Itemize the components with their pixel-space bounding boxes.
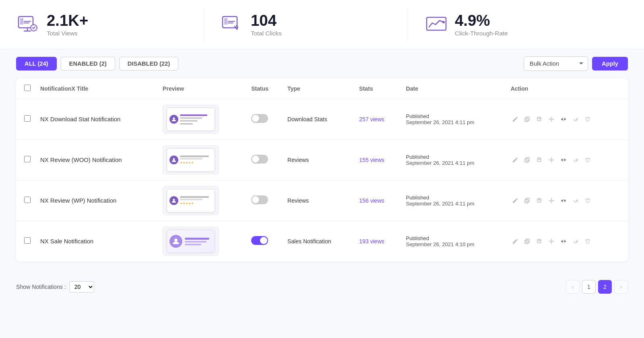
settings-icon[interactable] — [547, 237, 556, 246]
row-checkbox[interactable] — [24, 197, 31, 203]
duplicate-icon[interactable] — [535, 115, 544, 124]
row-preview-cell: ★ ★ ★ ★ ★ — [158, 180, 246, 221]
edit-icon[interactable] — [511, 115, 520, 124]
row-action-cell — [506, 221, 628, 262]
edit-icon[interactable] — [511, 196, 520, 205]
toggle-knob — [252, 156, 259, 163]
table-header: NotificationX Title Preview Status Type … — [16, 78, 628, 99]
clicks-icon — [220, 12, 244, 37]
main-content: NotificationX Title Preview Status Type … — [0, 78, 644, 274]
page-1-button[interactable]: 1 — [582, 280, 596, 294]
refresh-icon[interactable] — [571, 115, 580, 124]
status-toggle[interactable] — [251, 114, 268, 123]
apply-button[interactable]: Apply — [592, 57, 628, 71]
row-action-cell — [506, 99, 628, 140]
delete-icon[interactable] — [583, 115, 592, 124]
svg-rect-9 — [525, 118, 528, 122]
status-toggle[interactable] — [251, 195, 268, 204]
tab-all[interactable]: ALL (24) — [16, 57, 57, 71]
row-preview-cell: ★ ★ ★ ★ ★ — [158, 140, 246, 180]
refresh-icon[interactable] — [571, 237, 580, 246]
page-2-button[interactable]: 2 — [598, 280, 612, 294]
row-status-cell — [246, 180, 283, 221]
edit-icon[interactable] — [511, 156, 520, 164]
edit-icon[interactable] — [511, 237, 520, 246]
delete-icon[interactable] — [583, 196, 592, 205]
code-icon[interactable] — [559, 237, 568, 246]
toggle-knob — [252, 115, 259, 122]
duplicate-icon[interactable] — [535, 156, 544, 164]
svg-point-23 — [174, 238, 178, 242]
col-date: Date — [401, 78, 506, 99]
code-icon[interactable] — [559, 156, 568, 164]
ctr-number: 4.9% — [455, 12, 508, 29]
row-type-cell: Download Stats — [283, 99, 354, 140]
settings-icon[interactable] — [547, 196, 556, 205]
svg-rect-20 — [526, 198, 529, 202]
clone-icon[interactable] — [523, 156, 532, 164]
code-icon[interactable] — [559, 196, 568, 205]
row-title: NX Review (WOO) Notification — [40, 157, 122, 163]
row-title-cell: NX Download Stat Notification — [35, 99, 158, 140]
refresh-icon[interactable] — [571, 156, 580, 164]
row-date-cell: Published September 26, 2021 4:11 pm — [401, 99, 506, 140]
svg-rect-1 — [20, 18, 23, 25]
tab-disabled[interactable]: DISABLED (22) — [119, 57, 179, 71]
row-type: Sales Notification — [287, 238, 331, 245]
svg-point-22 — [551, 200, 552, 201]
per-page-select[interactable]: 10 20 50 100 — [69, 281, 94, 292]
row-date-status: Published — [406, 195, 501, 201]
row-date-status: Published — [406, 113, 501, 119]
next-page-button[interactable]: › — [614, 280, 628, 294]
row-date-cell: Published September 26, 2021 4:11 pm — [401, 140, 506, 180]
row-checkbox[interactable] — [24, 115, 31, 122]
row-checkbox-cell — [16, 221, 35, 262]
row-preview-cell — [158, 99, 246, 140]
svg-point-5 — [235, 27, 237, 29]
tab-enabled[interactable]: ENABLED (2) — [61, 57, 115, 71]
refresh-icon[interactable] — [571, 196, 580, 205]
clone-icon[interactable] — [523, 115, 532, 124]
row-type-cell: Sales Notification — [283, 221, 354, 262]
svg-point-18 — [173, 199, 175, 201]
status-toggle[interactable] — [251, 236, 268, 245]
svg-rect-4 — [224, 18, 227, 25]
row-checkbox-cell — [16, 99, 35, 140]
row-stats-cell: 155 views — [354, 140, 401, 180]
action-icons — [511, 237, 623, 246]
svg-point-17 — [551, 159, 552, 161]
row-checkbox[interactable] — [24, 156, 31, 162]
views-number: 2.1K+ — [47, 12, 89, 29]
action-icons — [511, 156, 623, 164]
row-type: Download Stats — [287, 116, 327, 122]
delete-icon[interactable] — [583, 156, 592, 164]
table-row: NX Review (WOO) Notification ★ ★ ★ ★ ★ — [16, 140, 628, 180]
settings-icon[interactable] — [547, 115, 556, 124]
clone-icon[interactable] — [523, 237, 532, 246]
table-row: NX Download Stat Notification Download S… — [16, 99, 628, 140]
code-icon[interactable] — [559, 115, 568, 124]
ctr-icon — [424, 12, 448, 37]
duplicate-icon[interactable] — [535, 237, 544, 246]
row-checkbox-cell — [16, 140, 35, 180]
clone-icon[interactable] — [523, 196, 532, 205]
duplicate-icon[interactable] — [535, 196, 544, 205]
delete-icon[interactable] — [583, 237, 592, 246]
stat-ctr: 4.9% Click-Through-Rate — [424, 8, 612, 41]
prev-page-button[interactable]: ‹ — [566, 280, 580, 294]
svg-rect-14 — [525, 159, 528, 162]
row-title-cell: NX Sale Notification — [35, 221, 158, 262]
col-checkbox — [16, 78, 35, 99]
stats-bar: 2.1K+ Total Views 104 Total Clicks — [0, 0, 644, 49]
settings-icon[interactable] — [547, 156, 556, 164]
row-date: September 26, 2021 4:11 pm — [406, 201, 501, 207]
clicks-number: 104 — [251, 12, 282, 29]
row-checkbox[interactable] — [24, 237, 31, 244]
row-checkbox-cell — [16, 180, 35, 221]
col-type: Type — [283, 78, 354, 99]
select-all-checkbox[interactable] — [24, 85, 31, 91]
row-stats: 257 views — [359, 116, 384, 122]
bulk-action-select[interactable]: Bulk Action Enable Disable Delete — [524, 56, 588, 71]
status-toggle[interactable] — [251, 155, 268, 164]
action-icons — [511, 196, 623, 205]
